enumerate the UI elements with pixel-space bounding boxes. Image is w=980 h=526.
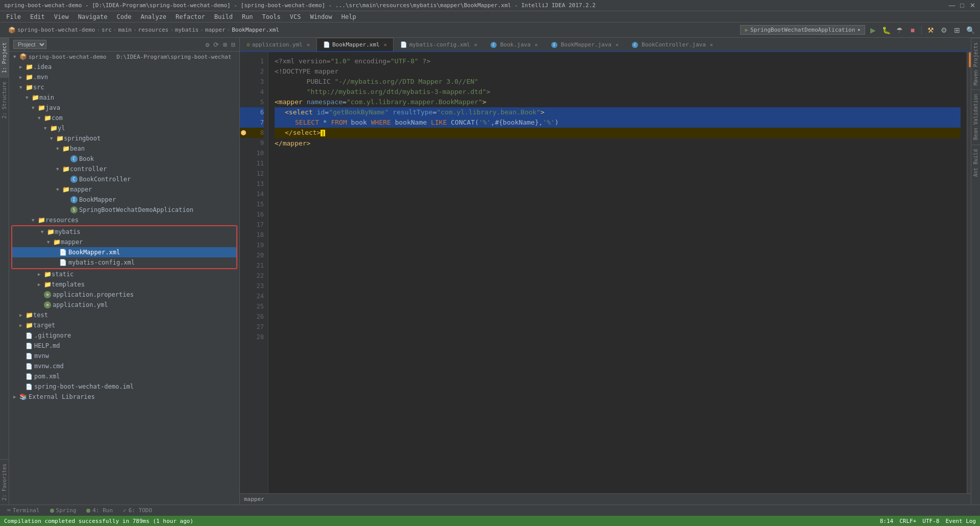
tree-item-springapp[interactable]: ▶ S SpringBootWechatDemoApplication xyxy=(9,205,239,215)
tree-item-src[interactable]: ▼ 📁 src xyxy=(9,82,239,92)
run-button[interactable]: ▶ xyxy=(867,25,878,36)
tab-bookmapper-java[interactable]: I BookMapper.java ✕ xyxy=(545,38,625,51)
breadcrumb-src[interactable]: src xyxy=(102,27,112,33)
menu-window[interactable]: Window xyxy=(306,12,336,21)
tree-item-com[interactable]: ▼ 📁 com xyxy=(9,113,239,123)
tree-root[interactable]: ▼ 📦 spring-boot-wechat-demo D:\IDEA-Prog… xyxy=(9,52,239,62)
tree-item-book[interactable]: ▶ C Book xyxy=(9,154,239,164)
menu-refactor[interactable]: Refactor xyxy=(172,12,209,21)
tab-bookcontroller-java[interactable]: C BookController.java ✕ xyxy=(625,38,720,51)
menu-code[interactable]: Code xyxy=(113,12,136,21)
tree-item-java[interactable]: ▼ 📁 java xyxy=(9,103,239,113)
tab-close-icon[interactable]: ✕ xyxy=(307,42,310,47)
tree-item-bookmapper-xml[interactable]: ▶ 📄 BookMapper.xml xyxy=(12,247,236,257)
code-area[interactable]: <?xml version="1.0" encoding="UTF-8" ?> … xyxy=(268,52,967,493)
breadcrumb-file[interactable]: BookMapper.xml xyxy=(232,27,279,33)
tree-item-templates[interactable]: ▶ 📁 templates xyxy=(9,279,239,290)
run-config-dropdown[interactable]: ▶ SpringBootWechatDemoApplication ▾ xyxy=(740,25,865,35)
bottom-tab-terminal[interactable]: ⌨ Terminal xyxy=(2,506,45,515)
tree-item-helpmd[interactable]: ▶ 📄 HELP.md xyxy=(9,341,239,351)
breadcrumb-mapper[interactable]: mapper xyxy=(205,27,226,33)
vtab-project[interactable]: 1: Project xyxy=(0,38,9,77)
search-everywhere-button[interactable]: 🔍 xyxy=(965,25,976,36)
close-button[interactable]: ✕ xyxy=(969,2,976,9)
tab-application-yml[interactable]: ⚙ application.yml ✕ xyxy=(240,38,316,51)
event-log[interactable]: Event Log xyxy=(945,518,976,524)
stop-button[interactable]: ■ xyxy=(907,25,918,36)
right-tab-ant-build[interactable]: Ant Build xyxy=(971,145,980,181)
tree-item-gitignore[interactable]: ▶ 📄 .gitignore xyxy=(9,330,239,341)
vtab-favorites[interactable]: 2: Favorites xyxy=(0,459,9,505)
right-tab-maven[interactable]: Maven Projects xyxy=(971,38,980,89)
tree-item-iml[interactable]: ▶ 📄 spring-boot-wechat-demo.iml xyxy=(9,381,239,392)
breadcrumb-main[interactable]: main xyxy=(118,27,132,33)
tree-item-static[interactable]: ▶ 📁 static xyxy=(9,269,239,279)
tree-item-yl[interactable]: ▼ 📁 yl xyxy=(9,123,239,133)
tab-close-icon[interactable]: ✕ xyxy=(616,42,619,47)
menu-view[interactable]: View xyxy=(50,12,73,21)
tab-close-icon[interactable]: ✕ xyxy=(474,42,477,47)
tree-item-mapper-java[interactable]: ▼ 📁 mapper xyxy=(9,184,239,195)
tree-item-springboot[interactable]: ▼ 📁 springboot xyxy=(9,133,239,144)
menu-vcs[interactable]: VCS xyxy=(286,12,305,21)
layout-button[interactable]: ⊞ xyxy=(951,25,963,36)
collapse-icon[interactable]: ⊟ xyxy=(231,41,235,49)
expand-icon[interactable]: ⊞ xyxy=(223,41,227,49)
menu-build[interactable]: Build xyxy=(210,12,237,21)
breadcrumb-project[interactable]: spring-boot-wechat-demo xyxy=(17,27,95,33)
tab-book-java[interactable]: C Book.java ✕ xyxy=(484,38,545,51)
tree-item-mvnw[interactable]: ▶ 📄 mvnw xyxy=(9,351,239,361)
settings-button[interactable]: ⚙ xyxy=(938,25,949,36)
tree-item-external-libs[interactable]: ▶ 📚 External Libraries xyxy=(9,392,239,402)
menu-analyze[interactable]: Analyze xyxy=(136,12,170,21)
tree-item-controller[interactable]: ▼ 📁 controller xyxy=(9,164,239,174)
tab-label: BookController.java xyxy=(642,41,706,48)
tab-close-icon[interactable]: ✕ xyxy=(710,42,713,47)
tree-item-mvnwcmd[interactable]: ▶ 📄 mvnw.cmd xyxy=(9,361,239,371)
bottom-tab-spring[interactable]: Spring xyxy=(45,506,82,515)
menu-navigate[interactable]: Navigate xyxy=(74,12,112,21)
tree-item-target[interactable]: ▶ 📁 target xyxy=(9,320,239,330)
project-view-select[interactable]: Project xyxy=(13,40,46,49)
breadcrumb-resources[interactable]: resources xyxy=(138,27,169,33)
tree-item-bookmapper-java[interactable]: ▶ I BookMapper xyxy=(9,195,239,205)
menu-run[interactable]: Run xyxy=(238,12,257,21)
tab-close-icon[interactable]: ✕ xyxy=(535,42,538,47)
tree-item-mapper-xml[interactable]: ▼ 📁 mapper xyxy=(12,237,236,247)
tab-close-icon[interactable]: ✕ xyxy=(384,42,387,47)
gear-icon[interactable]: ⚙ xyxy=(206,41,210,49)
menu-tools[interactable]: Tools xyxy=(258,12,285,21)
tab-bookmapper-xml[interactable]: 📄 BookMapper.xml ✕ xyxy=(316,38,394,51)
tree-item-mvn[interactable]: ▶ 📁 .mvn xyxy=(9,72,239,82)
editor-scrollbar[interactable] xyxy=(967,52,971,493)
line-num-10: 10 xyxy=(248,148,264,158)
coverage-button[interactable]: ☂ xyxy=(894,25,905,36)
tree-item-main[interactable]: ▼ 📁 main xyxy=(9,92,239,103)
menu-edit[interactable]: Edit xyxy=(26,12,49,21)
bottom-tab-todo[interactable]: ✓ 6: TODO xyxy=(118,506,157,515)
vtab-structure[interactable]: 2: Structure xyxy=(0,77,9,123)
title-text: spring-boot-wechat-demo - [D:\IDEA-Progr… xyxy=(4,2,596,9)
tree-item-bean[interactable]: ▼ 📁 bean xyxy=(9,144,239,154)
tree-item-test[interactable]: ▶ 📁 test xyxy=(9,310,239,320)
tab-label: Terminal xyxy=(13,507,40,514)
minimize-button[interactable]: — xyxy=(948,2,955,9)
sync-icon[interactable]: ⟳ xyxy=(213,41,219,49)
tree-item-idea[interactable]: ▶ 📁 .idea xyxy=(9,62,239,72)
tree-item-app-props[interactable]: ▶ ⚙ application.properties xyxy=(9,290,239,300)
debug-button[interactable]: 🐛 xyxy=(880,25,892,36)
tree-item-resources[interactable]: ▼ 📁 resources xyxy=(9,215,239,225)
tree-item-mybatis[interactable]: ▼ 📁 mybatis xyxy=(12,227,236,237)
tree-item-bookcontroller[interactable]: ▶ C BookController xyxy=(9,174,239,184)
breadcrumb-mybatis[interactable]: mybatis xyxy=(175,27,199,33)
bottom-tab-run[interactable]: 4: Run xyxy=(81,506,118,515)
tree-item-pom[interactable]: ▶ 📄 pom.xml xyxy=(9,371,239,381)
maximize-button[interactable]: □ xyxy=(959,2,966,9)
build-button[interactable]: ⚒ xyxy=(925,25,936,36)
tree-item-app-yml[interactable]: ▶ ⚙ application.yml xyxy=(9,300,239,310)
menu-help[interactable]: Help xyxy=(337,12,360,21)
right-tab-bean-validation[interactable]: Bean Validation xyxy=(971,89,980,144)
tab-mybatis-config[interactable]: 📄 mybatis-config.xml ✕ xyxy=(394,38,484,51)
tree-item-mybatis-config[interactable]: ▶ 📄 mybatis-config.xml xyxy=(12,257,236,268)
menu-file[interactable]: File xyxy=(2,12,25,21)
